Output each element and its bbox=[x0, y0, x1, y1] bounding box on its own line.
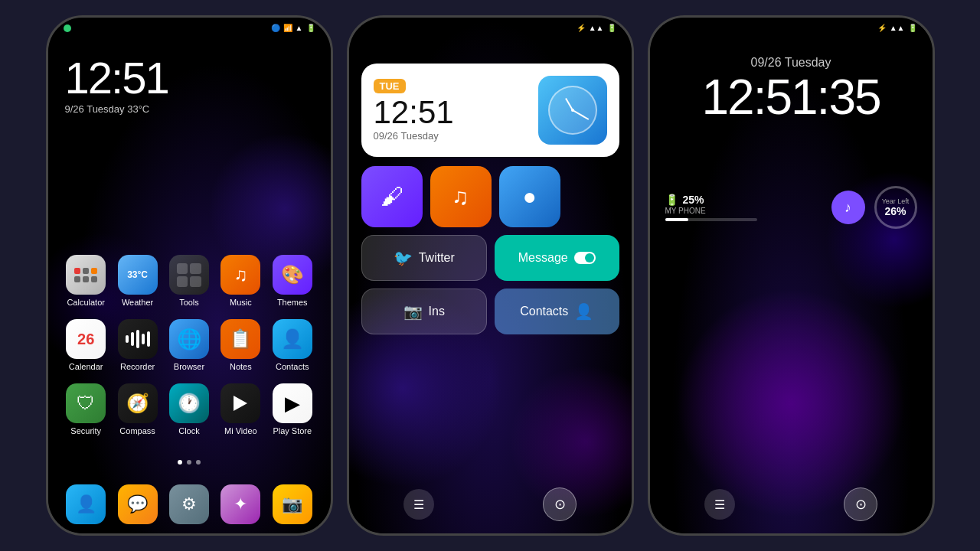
app-row-2: 26 Calendar Recorder bbox=[60, 319, 318, 371]
clock-widget-info: TUE 12:51 09/26 Tuesday bbox=[374, 79, 454, 142]
app-compass[interactable]: 🧭 Compass bbox=[116, 383, 160, 435]
recorder-icon bbox=[118, 319, 158, 359]
app-music[interactable]: ♫ Music bbox=[218, 255, 263, 307]
contacts-widget[interactable]: Contacts 👤 bbox=[495, 289, 619, 334]
hamburger-menu-btn-3[interactable]: ☰ bbox=[704, 489, 735, 520]
dock-messages-icon: 💬 bbox=[127, 494, 148, 514]
app-contacts[interactable]: 👤 Contacts bbox=[270, 319, 315, 371]
status-right-3: ⚡ ▲▲ 🔋 bbox=[877, 24, 917, 32]
battery-icon-3: 🔋 bbox=[908, 24, 917, 32]
tools-cell bbox=[177, 276, 188, 287]
hamburger-menu-btn[interactable]: ☰ bbox=[403, 489, 434, 520]
clock-label: Clock bbox=[178, 426, 200, 435]
status-left bbox=[64, 24, 79, 32]
ins-contacts-row: 📷 Ins Contacts 👤 bbox=[361, 289, 619, 334]
phone-1: 🔵 📶 ▲ 🔋 12:51 9/26 Tuesday 33°C bbox=[46, 15, 333, 536]
notes-symbol: 📋 bbox=[229, 328, 252, 350]
browser-icon: 🌐 bbox=[169, 319, 209, 359]
app-playstore[interactable]: ▶ Play Store bbox=[270, 383, 315, 435]
app-row-1: Calculator 33°C Weather bbox=[60, 255, 318, 307]
social-widget-row: 🐦 Twitter Message bbox=[361, 235, 619, 281]
mivideo-label: Mi Video bbox=[224, 426, 257, 435]
battery-stat-icon: 🔋 bbox=[665, 194, 678, 206]
widget-music-app[interactable]: ♫ bbox=[430, 166, 492, 227]
bottom-nav-3: ☰ ⊙ bbox=[650, 487, 933, 521]
mivideo-icon bbox=[220, 383, 260, 423]
app-themes[interactable]: 🎨 Themes bbox=[270, 255, 315, 307]
app-clock[interactable]: 🕐 Clock bbox=[167, 383, 211, 435]
dock-messages[interactable]: 💬 bbox=[118, 484, 158, 524]
dock-settings-icon: ⚙ bbox=[181, 494, 197, 514]
recorder-label: Recorder bbox=[120, 362, 155, 371]
app-notes[interactable]: 📋 Notes bbox=[218, 319, 263, 371]
calendar-label: Calendar bbox=[69, 362, 103, 371]
battery-stat: 🔋 25% MY PHONE bbox=[665, 194, 822, 221]
phone1-clock: 12:51 9/26 Tuesday 33°C bbox=[65, 56, 168, 115]
tools-icon bbox=[169, 255, 209, 295]
tools-cell bbox=[190, 263, 201, 274]
app-grid: Calculator 33°C Weather bbox=[60, 255, 318, 448]
themes-symbol: 🎨 bbox=[281, 264, 304, 285]
message-label: Message bbox=[518, 251, 568, 265]
clock-minute-hand bbox=[572, 109, 589, 120]
security-symbol: 🛡 bbox=[77, 393, 95, 414]
year-left-pct: 26% bbox=[884, 205, 906, 217]
music-icon: ♫ bbox=[220, 255, 260, 295]
clock-widget[interactable]: TUE 12:51 09/26 Tuesday bbox=[361, 64, 619, 157]
weather-icon: 33°C bbox=[118, 255, 158, 295]
compass-label: Compass bbox=[119, 426, 155, 435]
tools-cell bbox=[177, 263, 188, 274]
security-label: Security bbox=[70, 426, 101, 435]
battery-bar bbox=[665, 218, 757, 221]
notes-icon: 📋 bbox=[220, 319, 260, 359]
widget-date: 09/26 Tuesday bbox=[374, 130, 454, 142]
phone3-decor-1 bbox=[676, 289, 906, 518]
battery-fill bbox=[665, 218, 688, 221]
phone-2: ⚡ ▲▲ 🔋 TUE 12:51 09/26 Tuesday bbox=[347, 15, 634, 536]
bluetooth-icon-2: ⚡ bbox=[577, 24, 586, 32]
phone-2-screen: ⚡ ▲▲ 🔋 TUE 12:51 09/26 Tuesday bbox=[349, 18, 632, 533]
wifi-icon: ▲ bbox=[296, 24, 303, 32]
dock-ai[interactable]: ✦ bbox=[220, 484, 260, 524]
music-symbol: ♫ bbox=[234, 264, 247, 285]
ins-widget[interactable]: 📷 Ins bbox=[361, 289, 488, 334]
camera-btn-2[interactable]: ⊙ bbox=[543, 487, 577, 521]
app-calendar[interactable]: 26 Calendar bbox=[64, 319, 108, 371]
app-browser[interactable]: 🌐 Browser bbox=[167, 319, 211, 371]
app-security[interactable]: 🛡 Security bbox=[64, 383, 108, 435]
clock-widget-icon bbox=[538, 76, 607, 145]
camera-btn-3[interactable]: ⊙ bbox=[844, 487, 877, 521]
battery-label-row: 🔋 25% bbox=[665, 194, 822, 206]
battery-sub-label: MY PHONE bbox=[665, 207, 822, 215]
music-play-btn[interactable]: ♪ bbox=[831, 191, 865, 224]
widget-app-row: 🖌 ♫ ● bbox=[361, 166, 619, 227]
themes-icon: 🎨 bbox=[273, 255, 312, 295]
camera-icon-2: ⊙ bbox=[554, 496, 566, 513]
calc-dot bbox=[74, 276, 80, 282]
app-tools[interactable]: Tools bbox=[167, 255, 211, 307]
ins-label: Ins bbox=[429, 305, 445, 318]
rec-bar bbox=[131, 332, 134, 346]
calc-dots bbox=[68, 262, 103, 289]
dock-settings[interactable]: ⚙ bbox=[169, 484, 209, 524]
widget-browser-app[interactable]: ● bbox=[499, 166, 560, 227]
dot-2 bbox=[187, 460, 191, 465]
play-icon bbox=[234, 396, 247, 411]
twitter-widget[interactable]: 🐦 Twitter bbox=[361, 235, 488, 281]
app-mivideo[interactable]: Mi Video bbox=[218, 383, 263, 435]
app-weather[interactable]: 33°C Weather bbox=[116, 255, 160, 307]
paint-icon: 🖌 bbox=[381, 184, 403, 210]
phone-1-screen: 🔵 📶 ▲ 🔋 12:51 9/26 Tuesday 33°C bbox=[48, 18, 331, 533]
battery-icon: 🔋 bbox=[306, 24, 315, 32]
widget-paint-app[interactable]: 🖌 bbox=[361, 166, 423, 227]
dock-camera[interactable]: 📷 bbox=[273, 484, 312, 524]
contacts-label: Contacts bbox=[276, 362, 309, 371]
message-toggle[interactable] bbox=[574, 252, 596, 264]
themes-label: Themes bbox=[277, 298, 308, 307]
message-widget[interactable]: Message bbox=[495, 235, 619, 281]
app-calculator[interactable]: Calculator bbox=[64, 255, 108, 307]
app-recorder[interactable]: Recorder bbox=[116, 319, 160, 371]
playstore-icon: ▶ bbox=[273, 383, 312, 423]
dock-contacts[interactable]: 👤 bbox=[66, 484, 106, 524]
lock-content: 09/26 Tuesday 12:51:35 bbox=[650, 56, 933, 122]
